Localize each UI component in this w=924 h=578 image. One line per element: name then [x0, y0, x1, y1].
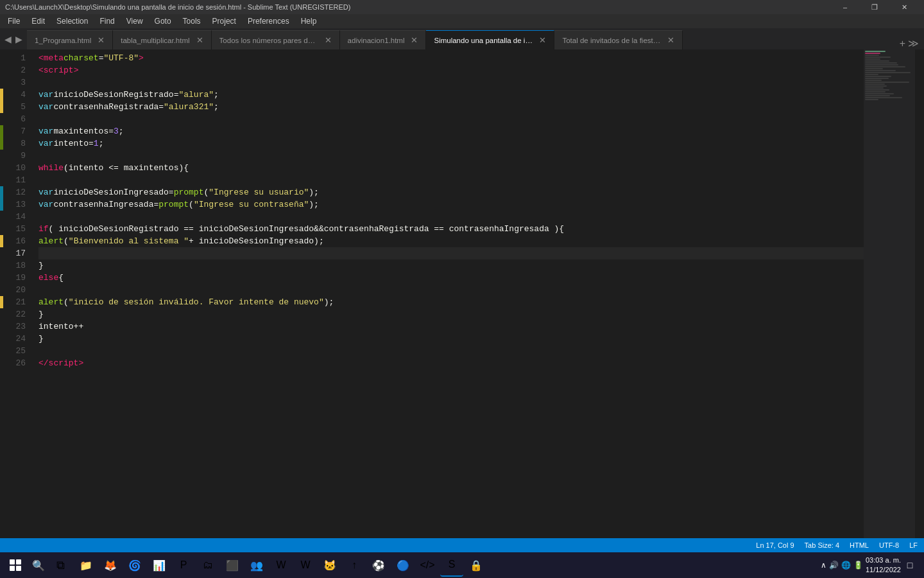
gutter-mark-12	[0, 186, 3, 198]
code-line-3	[38, 76, 864, 89]
line-number-2: 2	[3, 64, 32, 76]
taskbar-firefox[interactable]: 🦊	[99, 554, 122, 577]
taskbar-clock[interactable]: 03:03 a. m.11/12/2022	[866, 556, 901, 575]
line-number-8: 8	[3, 137, 32, 150]
gutter-mark-13	[0, 198, 3, 211]
tab-end-controls: + ≫	[894, 37, 924, 49]
taskbar-sublime-text[interactable]: S	[440, 554, 463, 577]
tab-tab5[interactable]: Simulando una pantalla de inicio de sesi…	[426, 30, 554, 49]
menu-item-help[interactable]: Help	[296, 14, 322, 28]
taskbar-app-w2[interactable]: W	[294, 554, 317, 577]
menu-item-find[interactable]: Find	[94, 14, 119, 28]
taskbar-edge-canary[interactable]: 🌀	[123, 554, 146, 577]
menu-item-goto[interactable]: Goto	[150, 14, 176, 28]
status-item-UTF-8[interactable]: UTF-8	[879, 541, 899, 549]
taskbar-word[interactable]: W	[270, 554, 293, 577]
status-right: Ln 17, Col 9Tab Size: 4HTMLUTF-8LF	[756, 541, 918, 549]
taskbar-teams[interactable]: 👥	[245, 554, 268, 577]
line-number-3: 3	[3, 76, 32, 89]
line-number-11: 11	[3, 174, 32, 186]
vertical-scrollbar[interactable]	[915, 49, 924, 552]
code-line-24: }	[38, 333, 864, 345]
tab-close-tab1[interactable]: ✕	[98, 35, 105, 45]
code-line-25	[38, 345, 864, 357]
code-line-18: }	[38, 259, 864, 272]
taskbar-github-desktop[interactable]: 🐱	[318, 554, 341, 577]
code-line-26: </script>	[38, 357, 864, 369]
line-number-26: 26	[3, 357, 32, 369]
taskbar-explorer[interactable]: 📁	[74, 554, 98, 577]
notification-center-button[interactable]: □	[903, 552, 916, 578]
status-item-Ln-17--Col-9[interactable]: Ln 17, Col 9	[756, 541, 794, 549]
line-number-19: 19	[3, 272, 32, 284]
code-line-5: var contrasenhaRegistrada = "alura321";	[38, 101, 864, 113]
taskbar-app-p[interactable]: P	[172, 554, 195, 577]
tabs-container: 1_Programa.html✕tabla_multiplicar.html✕T…	[27, 30, 894, 49]
code-line-6	[38, 113, 864, 125]
show-hidden-icons-button[interactable]: ∧	[821, 561, 826, 570]
gutter-mark-5	[0, 101, 3, 113]
line-number-10: 10	[3, 162, 32, 174]
code-editor[interactable]: <meta charset="UTF-8"><script> var inici…	[32, 49, 864, 552]
line-number-23: 23	[3, 320, 32, 333]
status-item-HTML[interactable]: HTML	[850, 541, 869, 549]
tab-back-button[interactable]: ◀	[3, 34, 13, 44]
sys-icon-0[interactable]: 🔊	[829, 561, 839, 570]
taskbar-file-manager[interactable]: 🗂	[196, 554, 219, 577]
maximize-button[interactable]: ❐	[860, 0, 889, 14]
code-line-19: else {	[38, 272, 864, 284]
minimap	[864, 49, 915, 552]
taskbar-minecraft[interactable]: ⬛	[221, 554, 244, 577]
menu-item-edit[interactable]: Edit	[26, 14, 50, 28]
menu-item-view[interactable]: View	[121, 14, 148, 28]
tab-forward-button[interactable]: ▶	[13, 34, 24, 44]
tab-close-tab3[interactable]: ✕	[325, 35, 332, 45]
close-button[interactable]: ✕	[889, 0, 919, 14]
minimize-button[interactable]: –	[830, 0, 860, 14]
gutter-mark-21	[0, 296, 3, 308]
taskbar-apps: 📁🦊🌀📊P🗂⬛👥WW🐱↑⚽🔵</>S🔒	[74, 554, 488, 577]
tab-close-tab5[interactable]: ✕	[539, 35, 546, 45]
tab-close-tab6[interactable]: ✕	[667, 35, 674, 45]
menu-item-file[interactable]: File	[3, 14, 25, 28]
line-number-20: 20	[3, 284, 32, 296]
menu-item-tools[interactable]: Tools	[178, 14, 206, 28]
taskbar-bitdefender[interactable]: 🔒	[465, 554, 488, 577]
tab-close-tab2[interactable]: ✕	[196, 35, 203, 45]
sys-icon-2[interactable]: 🔋	[853, 561, 863, 570]
sys-icon-1[interactable]: 🌐	[841, 561, 851, 570]
tab-tab1[interactable]: 1_Programa.html✕	[27, 30, 113, 49]
task-view-button[interactable]: ⧉	[49, 554, 72, 577]
code-line-11	[38, 174, 864, 186]
taskbar-right: ∧🔊🌐🔋03:03 a. m.11/12/2022□	[821, 552, 921, 578]
code-line-8: var intento = 1;	[38, 137, 864, 150]
taskbar-search-button[interactable]: 🔍	[28, 555, 49, 575]
tab-close-tab4[interactable]: ✕	[411, 35, 418, 45]
line-number-7: 7	[3, 125, 32, 137]
tab-tab6[interactable]: Total de invitados de la fiesta.html✕	[554, 30, 683, 49]
tab-overflow-button[interactable]: ≫	[908, 37, 919, 49]
tab-tab3[interactable]: Todos los números pares del 1 al 100.htm…	[212, 30, 340, 49]
code-line-16: alert("Bienvenido al sistema " + inicioD…	[38, 235, 864, 247]
taskbar-edge[interactable]: 🔵	[391, 554, 415, 577]
status-item-LF[interactable]: LF	[909, 541, 918, 549]
tab-navigation: ◀ ▶	[0, 28, 27, 49]
tab-tab2[interactable]: tabla_multiplicar.html✕	[113, 30, 211, 49]
taskbar-powerpoint[interactable]: 📊	[148, 554, 171, 577]
new-tab-button[interactable]: +	[900, 38, 905, 49]
start-button[interactable]	[3, 552, 28, 578]
line-number-14: 14	[3, 211, 32, 223]
gutter-mark-16	[0, 235, 3, 247]
line-number-6: 6	[3, 113, 32, 125]
menu-item-selection[interactable]: Selection	[51, 14, 93, 28]
menu-item-project[interactable]: Project	[207, 14, 241, 28]
menu-item-preferences[interactable]: Preferences	[243, 14, 295, 28]
taskbar-pokeball[interactable]: ⚽	[367, 554, 390, 577]
tab-tab4[interactable]: adivinacion1.html✕	[340, 30, 427, 49]
taskbar-git-arrow[interactable]: ↑	[343, 554, 366, 577]
line-number-1: 1	[3, 52, 32, 64]
taskbar-vscode[interactable]: </>	[416, 554, 439, 577]
status-item-Tab-Size--4[interactable]: Tab Size: 4	[805, 541, 839, 549]
line-number-12: 12	[3, 186, 32, 198]
line-number-5: 5	[3, 101, 32, 113]
